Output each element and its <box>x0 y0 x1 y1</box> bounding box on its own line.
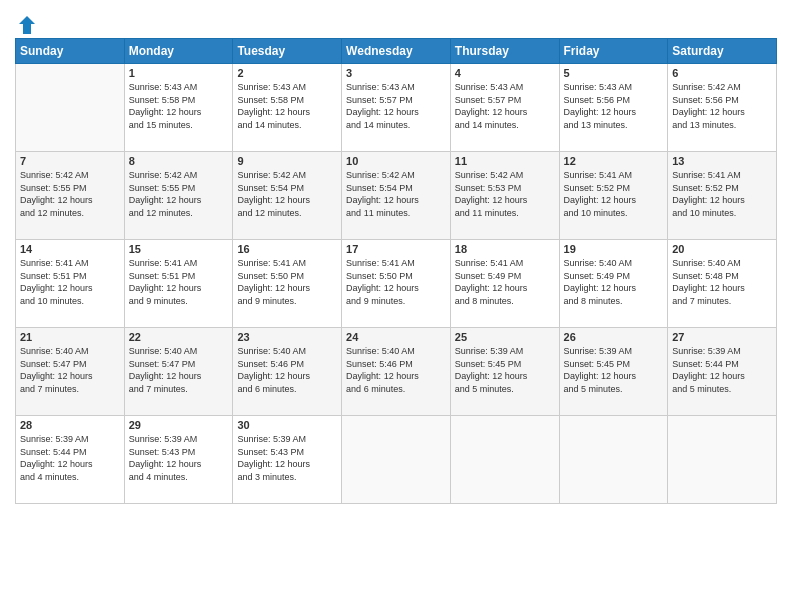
calendar-header-thursday: Thursday <box>450 39 559 64</box>
day-info: Sunrise: 5:41 AM Sunset: 5:52 PM Dayligh… <box>564 169 664 219</box>
calendar-header-monday: Monday <box>124 39 233 64</box>
calendar-table: SundayMondayTuesdayWednesdayThursdayFrid… <box>15 38 777 504</box>
calendar-cell: 9Sunrise: 5:42 AM Sunset: 5:54 PM Daylig… <box>233 152 342 240</box>
day-number: 10 <box>346 155 446 167</box>
day-number: 8 <box>129 155 229 167</box>
day-number: 20 <box>672 243 772 255</box>
day-info: Sunrise: 5:43 AM Sunset: 5:58 PM Dayligh… <box>237 81 337 131</box>
day-info: Sunrise: 5:43 AM Sunset: 5:56 PM Dayligh… <box>564 81 664 131</box>
day-number: 12 <box>564 155 664 167</box>
calendar-week-row: 7Sunrise: 5:42 AM Sunset: 5:55 PM Daylig… <box>16 152 777 240</box>
day-info: Sunrise: 5:40 AM Sunset: 5:46 PM Dayligh… <box>237 345 337 395</box>
calendar-cell: 25Sunrise: 5:39 AM Sunset: 5:45 PM Dayli… <box>450 328 559 416</box>
calendar-header-saturday: Saturday <box>668 39 777 64</box>
calendar-cell: 17Sunrise: 5:41 AM Sunset: 5:50 PM Dayli… <box>342 240 451 328</box>
day-number: 13 <box>672 155 772 167</box>
day-number: 28 <box>20 419 120 431</box>
day-info: Sunrise: 5:40 AM Sunset: 5:47 PM Dayligh… <box>129 345 229 395</box>
calendar-cell: 6Sunrise: 5:42 AM Sunset: 5:56 PM Daylig… <box>668 64 777 152</box>
calendar-cell: 27Sunrise: 5:39 AM Sunset: 5:44 PM Dayli… <box>668 328 777 416</box>
day-info: Sunrise: 5:40 AM Sunset: 5:49 PM Dayligh… <box>564 257 664 307</box>
calendar-week-row: 14Sunrise: 5:41 AM Sunset: 5:51 PM Dayli… <box>16 240 777 328</box>
logo <box>15 14 37 32</box>
day-info: Sunrise: 5:41 AM Sunset: 5:51 PM Dayligh… <box>20 257 120 307</box>
day-number: 15 <box>129 243 229 255</box>
day-info: Sunrise: 5:39 AM Sunset: 5:44 PM Dayligh… <box>20 433 120 483</box>
calendar-header-tuesday: Tuesday <box>233 39 342 64</box>
day-info: Sunrise: 5:43 AM Sunset: 5:57 PM Dayligh… <box>455 81 555 131</box>
calendar-header-row: SundayMondayTuesdayWednesdayThursdayFrid… <box>16 39 777 64</box>
day-info: Sunrise: 5:42 AM Sunset: 5:55 PM Dayligh… <box>129 169 229 219</box>
day-info: Sunrise: 5:42 AM Sunset: 5:55 PM Dayligh… <box>20 169 120 219</box>
day-number: 1 <box>129 67 229 79</box>
day-info: Sunrise: 5:42 AM Sunset: 5:54 PM Dayligh… <box>346 169 446 219</box>
calendar-cell <box>668 416 777 504</box>
calendar-cell <box>559 416 668 504</box>
calendar-week-row: 21Sunrise: 5:40 AM Sunset: 5:47 PM Dayli… <box>16 328 777 416</box>
calendar-cell: 29Sunrise: 5:39 AM Sunset: 5:43 PM Dayli… <box>124 416 233 504</box>
calendar-cell: 10Sunrise: 5:42 AM Sunset: 5:54 PM Dayli… <box>342 152 451 240</box>
calendar-cell: 4Sunrise: 5:43 AM Sunset: 5:57 PM Daylig… <box>450 64 559 152</box>
day-info: Sunrise: 5:40 AM Sunset: 5:48 PM Dayligh… <box>672 257 772 307</box>
day-number: 16 <box>237 243 337 255</box>
calendar-cell: 20Sunrise: 5:40 AM Sunset: 5:48 PM Dayli… <box>668 240 777 328</box>
calendar-cell: 5Sunrise: 5:43 AM Sunset: 5:56 PM Daylig… <box>559 64 668 152</box>
day-number: 6 <box>672 67 772 79</box>
day-number: 3 <box>346 67 446 79</box>
calendar-week-row: 1Sunrise: 5:43 AM Sunset: 5:58 PM Daylig… <box>16 64 777 152</box>
day-info: Sunrise: 5:39 AM Sunset: 5:45 PM Dayligh… <box>455 345 555 395</box>
calendar-cell: 30Sunrise: 5:39 AM Sunset: 5:43 PM Dayli… <box>233 416 342 504</box>
calendar-cell: 2Sunrise: 5:43 AM Sunset: 5:58 PM Daylig… <box>233 64 342 152</box>
day-number: 11 <box>455 155 555 167</box>
calendar-cell: 14Sunrise: 5:41 AM Sunset: 5:51 PM Dayli… <box>16 240 125 328</box>
calendar-cell: 26Sunrise: 5:39 AM Sunset: 5:45 PM Dayli… <box>559 328 668 416</box>
day-number: 25 <box>455 331 555 343</box>
day-info: Sunrise: 5:43 AM Sunset: 5:58 PM Dayligh… <box>129 81 229 131</box>
day-number: 26 <box>564 331 664 343</box>
day-info: Sunrise: 5:40 AM Sunset: 5:47 PM Dayligh… <box>20 345 120 395</box>
day-number: 19 <box>564 243 664 255</box>
day-number: 21 <box>20 331 120 343</box>
day-info: Sunrise: 5:41 AM Sunset: 5:52 PM Dayligh… <box>672 169 772 219</box>
day-info: Sunrise: 5:39 AM Sunset: 5:44 PM Dayligh… <box>672 345 772 395</box>
day-number: 22 <box>129 331 229 343</box>
calendar-header-sunday: Sunday <box>16 39 125 64</box>
day-number: 2 <box>237 67 337 79</box>
day-info: Sunrise: 5:42 AM Sunset: 5:53 PM Dayligh… <box>455 169 555 219</box>
day-info: Sunrise: 5:43 AM Sunset: 5:57 PM Dayligh… <box>346 81 446 131</box>
calendar-week-row: 28Sunrise: 5:39 AM Sunset: 5:44 PM Dayli… <box>16 416 777 504</box>
calendar-cell: 7Sunrise: 5:42 AM Sunset: 5:55 PM Daylig… <box>16 152 125 240</box>
calendar-cell: 23Sunrise: 5:40 AM Sunset: 5:46 PM Dayli… <box>233 328 342 416</box>
calendar-cell: 8Sunrise: 5:42 AM Sunset: 5:55 PM Daylig… <box>124 152 233 240</box>
day-number: 9 <box>237 155 337 167</box>
calendar-cell: 15Sunrise: 5:41 AM Sunset: 5:51 PM Dayli… <box>124 240 233 328</box>
day-number: 18 <box>455 243 555 255</box>
day-info: Sunrise: 5:42 AM Sunset: 5:54 PM Dayligh… <box>237 169 337 219</box>
svg-marker-0 <box>19 16 35 34</box>
calendar-cell <box>16 64 125 152</box>
calendar-cell: 28Sunrise: 5:39 AM Sunset: 5:44 PM Dayli… <box>16 416 125 504</box>
calendar-cell: 11Sunrise: 5:42 AM Sunset: 5:53 PM Dayli… <box>450 152 559 240</box>
calendar-cell: 24Sunrise: 5:40 AM Sunset: 5:46 PM Dayli… <box>342 328 451 416</box>
day-number: 30 <box>237 419 337 431</box>
day-info: Sunrise: 5:41 AM Sunset: 5:51 PM Dayligh… <box>129 257 229 307</box>
calendar-cell: 3Sunrise: 5:43 AM Sunset: 5:57 PM Daylig… <box>342 64 451 152</box>
day-number: 17 <box>346 243 446 255</box>
calendar-cell: 1Sunrise: 5:43 AM Sunset: 5:58 PM Daylig… <box>124 64 233 152</box>
calendar-header-wednesday: Wednesday <box>342 39 451 64</box>
day-number: 27 <box>672 331 772 343</box>
calendar-cell: 13Sunrise: 5:41 AM Sunset: 5:52 PM Dayli… <box>668 152 777 240</box>
calendar-cell: 16Sunrise: 5:41 AM Sunset: 5:50 PM Dayli… <box>233 240 342 328</box>
calendar-cell: 19Sunrise: 5:40 AM Sunset: 5:49 PM Dayli… <box>559 240 668 328</box>
day-number: 7 <box>20 155 120 167</box>
day-number: 4 <box>455 67 555 79</box>
day-number: 23 <box>237 331 337 343</box>
day-info: Sunrise: 5:42 AM Sunset: 5:56 PM Dayligh… <box>672 81 772 131</box>
day-info: Sunrise: 5:41 AM Sunset: 5:49 PM Dayligh… <box>455 257 555 307</box>
day-number: 14 <box>20 243 120 255</box>
logo-icon <box>15 14 37 36</box>
day-info: Sunrise: 5:39 AM Sunset: 5:45 PM Dayligh… <box>564 345 664 395</box>
day-number: 24 <box>346 331 446 343</box>
calendar-cell: 12Sunrise: 5:41 AM Sunset: 5:52 PM Dayli… <box>559 152 668 240</box>
calendar-cell <box>450 416 559 504</box>
